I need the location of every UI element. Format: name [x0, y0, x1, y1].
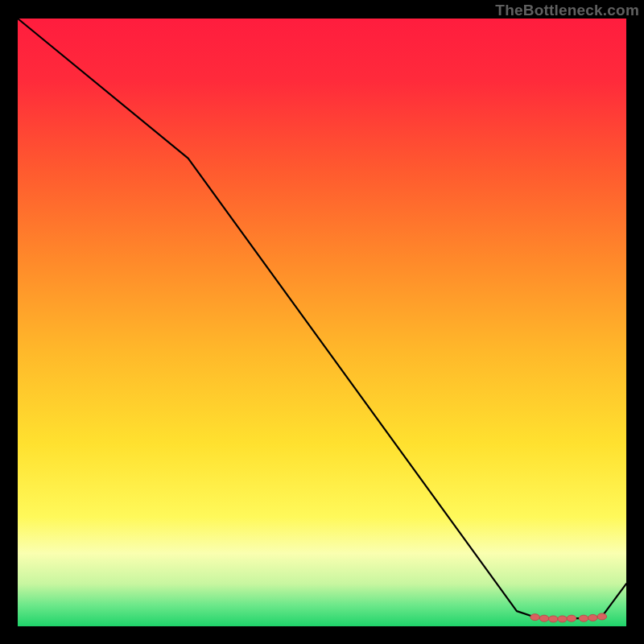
data-marker — [567, 615, 576, 621]
data-marker — [597, 613, 607, 620]
data-marker — [539, 615, 549, 621]
data-marker — [588, 614, 598, 621]
data-marker — [548, 616, 558, 622]
bottleneck-chart — [0, 0, 644, 644]
data-marker — [558, 616, 568, 622]
data-marker — [579, 615, 588, 621]
plot-background — [18, 19, 626, 626]
data-marker — [530, 614, 540, 621]
chart-frame: { "watermark": "TheBottleneck.com", "plo… — [0, 0, 644, 644]
